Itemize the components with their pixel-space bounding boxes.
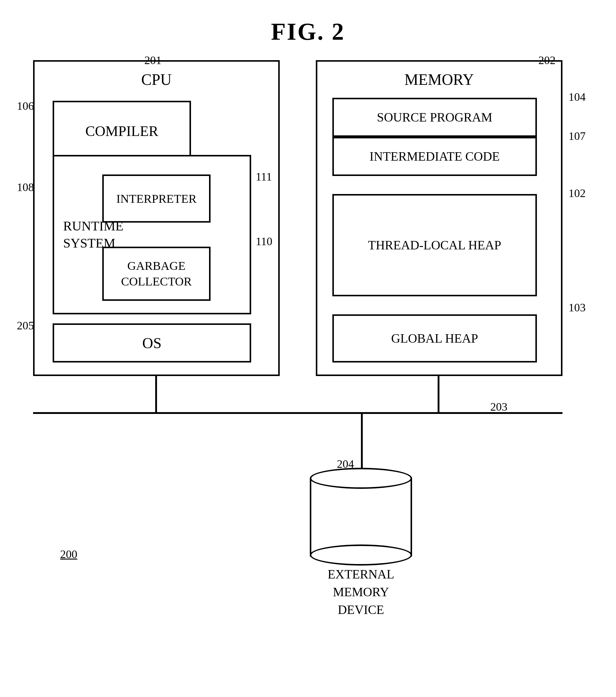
ref-110: 110 xyxy=(256,235,272,248)
ref-201: 201 xyxy=(145,54,162,67)
source-program-label: SOURCE PROGRAM xyxy=(377,110,492,124)
memory-connector-line xyxy=(438,376,439,412)
compiler-box: COMPILER xyxy=(52,101,191,161)
cpu-connector-line xyxy=(155,376,157,412)
ref-107: 107 xyxy=(569,129,586,143)
compiler-label: COMPILER xyxy=(86,123,159,139)
interpreter-label: INTERPRETER xyxy=(116,192,197,206)
global-heap-box: GLOBAL HEAP xyxy=(332,314,537,362)
intermediate-code-label: INTERMEDIATE CODE xyxy=(370,149,500,164)
ref-111: 111 xyxy=(256,170,272,183)
runtime-system-box: RUNTIME SYSTEM INTERPRETER GARBAGE COLLE… xyxy=(52,155,251,314)
external-memory-label: EXTERNAL MEMORY DEVICE xyxy=(310,565,412,619)
ref-104: 104 xyxy=(569,90,586,103)
cylinder-body xyxy=(310,478,412,557)
garbage-collector-box: GARBAGE COLLECTOR xyxy=(102,247,211,301)
os-label: OS xyxy=(142,334,162,352)
intermediate-code-box: INTERMEDIATE CODE xyxy=(332,137,537,176)
figure-title: FIG. 2 xyxy=(271,18,345,45)
thread-local-heap-label: THREAD-LOCAL HEAP xyxy=(368,238,501,252)
ref-203: 203 xyxy=(490,400,507,413)
interpreter-box: INTERPRETER xyxy=(102,175,211,223)
external-memory-cylinder xyxy=(310,468,412,557)
ref-103: 103 xyxy=(569,301,586,314)
ref-200: 200 xyxy=(60,548,77,561)
global-heap-label: GLOBAL HEAP xyxy=(391,331,478,346)
os-box: OS xyxy=(52,323,251,362)
memory-label: MEMORY xyxy=(404,71,474,88)
ref-205: 205 xyxy=(17,319,34,332)
ref-108: 108 xyxy=(17,180,34,194)
cylinder-bottom-ellipse xyxy=(310,545,412,565)
bus-line xyxy=(33,412,562,414)
thread-local-heap-box: THREAD-LOCAL HEAP xyxy=(332,194,537,296)
memory-box: MEMORY SOURCE PROGRAM INTERMEDIATE CODE … xyxy=(316,60,562,376)
source-program-box: SOURCE PROGRAM xyxy=(332,98,537,137)
garbage-collector-label: GARBAGE COLLECTOR xyxy=(121,258,192,290)
cpu-label: CPU xyxy=(141,71,171,88)
ref-102: 102 xyxy=(569,187,586,200)
ref-106: 106 xyxy=(17,99,34,113)
ref-202: 202 xyxy=(538,54,556,67)
ext-memory-connector-line xyxy=(361,414,363,468)
cpu-box: CPU COMPILER RUNTIME SYSTEM INTERPRETER … xyxy=(33,60,280,376)
cylinder-top-ellipse xyxy=(310,468,412,489)
